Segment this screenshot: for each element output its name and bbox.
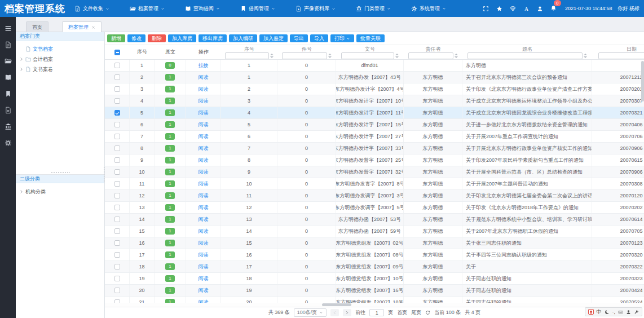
row-action-link[interactable]: 阅读 bbox=[199, 287, 209, 294]
row-action-link[interactable]: 阅读 bbox=[199, 204, 209, 211]
rail-item[interactable] bbox=[0, 86, 16, 102]
table-row[interactable]: 9 1 阅读 8 0 东方明德办发普字【2007】25号 东方明德 关于印发20… bbox=[105, 154, 644, 166]
row-checkbox[interactable] bbox=[114, 110, 120, 116]
row-action-link[interactable]: 阅读 bbox=[199, 157, 209, 164]
table-row[interactable]: 1 0 挂接 1 0 dfmd01 东方明德 bbox=[105, 60, 644, 72]
row-action-link[interactable]: 阅读 bbox=[199, 169, 209, 176]
theme-icon[interactable] bbox=[510, 6, 516, 12]
row-checkbox[interactable] bbox=[114, 217, 120, 222]
prev-page-button[interactable] bbox=[330, 309, 339, 316]
row-action-link[interactable]: 阅读 bbox=[199, 74, 209, 81]
rail-item[interactable] bbox=[0, 37, 16, 53]
row-checkbox[interactable] bbox=[114, 74, 120, 80]
rail-item[interactable] bbox=[0, 53, 16, 69]
fullscreen-icon[interactable] bbox=[483, 6, 489, 12]
row-checkbox[interactable] bbox=[114, 240, 120, 246]
user-icon[interactable] bbox=[626, 310, 631, 315]
goto-page-input[interactable] bbox=[369, 309, 384, 316]
row-checkbox[interactable] bbox=[114, 205, 120, 210]
table-row[interactable]: 16 1 阅读 15 0 东方明德党组发【2007】02号 东方明德 关于张三同… bbox=[105, 237, 644, 249]
favorite-icon[interactable] bbox=[496, 6, 502, 12]
chevron-right-icon[interactable] bbox=[19, 57, 24, 61]
rail-item[interactable] bbox=[0, 102, 16, 118]
column-filter-input[interactable] bbox=[408, 52, 453, 59]
column-filter-input[interactable] bbox=[467, 52, 583, 59]
row-action-link[interactable]: 阅读 bbox=[199, 216, 209, 223]
row-action-link[interactable]: 阅读 bbox=[199, 180, 209, 188]
font-size-icon[interactable]: A bbox=[523, 6, 530, 12]
nav-item[interactable]: 声像资料库 bbox=[295, 5, 336, 12]
table-row[interactable]: 3 1 阅读 2 0 东方明德办发计字【2007】4号 东方明德 关于印发《北京… bbox=[105, 83, 644, 95]
column-filter-input[interactable] bbox=[282, 52, 327, 59]
next-page-button[interactable] bbox=[343, 309, 351, 316]
number-spinner[interactable] bbox=[328, 54, 332, 58]
row-checkbox[interactable] bbox=[114, 252, 120, 258]
number-spinner[interactable] bbox=[455, 54, 458, 58]
tree-item[interactable]: 文书案卷 bbox=[16, 64, 104, 74]
row-checkbox[interactable] bbox=[114, 228, 120, 234]
row-checkbox[interactable] bbox=[114, 122, 120, 127]
row-action-link[interactable]: 阅读 bbox=[199, 263, 209, 271]
rail-item[interactable] bbox=[0, 135, 16, 151]
row-checkbox[interactable] bbox=[114, 98, 120, 104]
number-spinner[interactable] bbox=[584, 54, 588, 58]
nav-item[interactable]: 系统管理 bbox=[411, 5, 446, 12]
panel-resize-handle[interactable] bbox=[16, 170, 104, 175]
last-page-button[interactable]: 尾页 bbox=[411, 309, 421, 316]
number-spinner[interactable] bbox=[270, 54, 274, 58]
toolbar-button[interactable]: 打印 bbox=[330, 34, 354, 42]
ime-language-toggle[interactable]: 中 bbox=[597, 310, 602, 315]
select-all-checkbox[interactable] bbox=[114, 50, 120, 55]
toolbar-button[interactable]: 删除 bbox=[148, 34, 166, 42]
row-action-link[interactable]: 阅读 bbox=[199, 275, 209, 282]
wrench-icon[interactable] bbox=[634, 310, 639, 315]
refresh-icon[interactable] bbox=[425, 310, 430, 315]
nav-item[interactable]: 门类管理 bbox=[356, 5, 391, 12]
row-action-link[interactable]: 阅读 bbox=[199, 109, 209, 117]
row-checkbox[interactable] bbox=[114, 157, 120, 163]
table-row[interactable]: 13 1 阅读 12 0 东方明德办发调字【2007】5号 东方明德 关于印发《… bbox=[105, 202, 644, 214]
fullwidth-toggle-icon[interactable] bbox=[605, 310, 610, 315]
row-action-link[interactable]: 阅读 bbox=[199, 86, 209, 93]
table-row[interactable]: 20 1 阅读 19 0 东方明德党组发【2007】16号 东方明德 关于同志任… bbox=[105, 285, 644, 297]
tree-item[interactable]: 机构分类 bbox=[16, 187, 104, 197]
nav-item[interactable]: 文件收集 bbox=[74, 5, 109, 12]
ime-logo-icon[interactable] bbox=[588, 309, 594, 315]
row-checkbox[interactable] bbox=[114, 63, 120, 68]
table-row[interactable]: 6 1 阅读 5 0 东方明德办发计字【2007】15号 东方明德 关于进一步做… bbox=[105, 119, 644, 131]
toolbar-button[interactable]: 批量关联 bbox=[356, 34, 385, 42]
toolbar-button[interactable]: 加入鉴定 bbox=[259, 34, 288, 42]
user-icon[interactable] bbox=[537, 6, 543, 12]
column-filter-input[interactable] bbox=[598, 52, 644, 59]
table-row[interactable]: 11 1 阅读 10 0 东方明德办发青字【2007】8号 东方明德 关于开展2… bbox=[105, 178, 644, 190]
row-action-link[interactable]: 阅读 bbox=[199, 240, 209, 247]
rail-item[interactable] bbox=[0, 118, 16, 135]
row-action-link[interactable]: 阅读 bbox=[199, 251, 209, 259]
row-checkbox[interactable] bbox=[114, 134, 120, 139]
toolbar-button[interactable]: 加入编研 bbox=[229, 34, 257, 42]
table-row[interactable]: 8 1 阅读 7 0 东方明德办发计字【2007】33号 东方明德 关于开展北京… bbox=[105, 143, 644, 154]
row-action-link[interactable]: 挂接 bbox=[199, 62, 209, 69]
vertical-scrollbar-thumb[interactable] bbox=[641, 61, 644, 101]
number-spinner[interactable] bbox=[395, 54, 399, 58]
column-filter-input[interactable] bbox=[341, 52, 394, 59]
tree-item[interactable]: 文书档案 bbox=[16, 44, 104, 54]
row-action-link[interactable]: 阅读 bbox=[199, 145, 209, 152]
table-row[interactable]: 2 1 阅读 1 0 东方明德办发【2007】43号 东方明德 关于召开北京东方… bbox=[105, 72, 644, 83]
toolbar-button[interactable]: 修改 bbox=[127, 34, 145, 42]
row-checkbox[interactable] bbox=[114, 86, 120, 92]
rail-item[interactable] bbox=[0, 69, 16, 86]
toolbar-button[interactable]: 导入 bbox=[310, 34, 328, 42]
table-row[interactable]: 10 1 阅读 9 0 东方明德办发普字【2007】32号 东方明德 关于开展全… bbox=[105, 166, 644, 178]
toolbar-button[interactable]: 加入库房 bbox=[168, 34, 196, 42]
table-row[interactable]: 17 1 阅读 16 0 东方明德党组发【2007】08号 东方明德 关于李四等… bbox=[105, 249, 644, 261]
row-action-link[interactable]: 阅读 bbox=[199, 228, 209, 235]
rail-item[interactable] bbox=[0, 20, 16, 37]
row-action-link[interactable]: 阅读 bbox=[199, 192, 209, 200]
row-checkbox[interactable] bbox=[114, 169, 120, 175]
user-greeting[interactable]: 你好 杨标 bbox=[617, 5, 639, 12]
keyboard-icon[interactable] bbox=[618, 310, 623, 315]
nav-item[interactable]: 借阅管理 bbox=[240, 5, 275, 12]
row-checkbox[interactable] bbox=[114, 181, 120, 187]
column-filter-input[interactable] bbox=[225, 52, 269, 59]
